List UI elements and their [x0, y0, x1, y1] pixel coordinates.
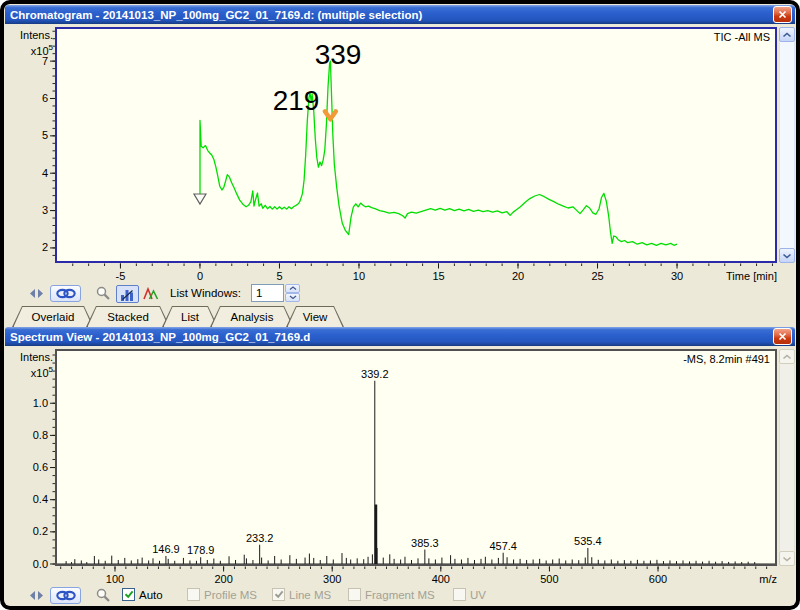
compress-arrows-icon[interactable]	[30, 591, 43, 600]
tab-face: Analysis	[212, 307, 293, 327]
mass-spectrum-plot[interactable]: 146.9178.9233.2339.2385.3457.4535.4	[57, 351, 775, 564]
checkbox-uv[interactable]: UV	[453, 588, 486, 601]
list-windows-value[interactable]: 1	[251, 284, 284, 302]
chevron-up-icon	[289, 286, 297, 291]
list-windows-spinner[interactable]: 1	[251, 284, 300, 302]
spinner-up-button[interactable]	[285, 284, 300, 293]
compress-arrows-icon[interactable]	[30, 289, 43, 298]
checkbox-label[interactable]: Auto	[139, 589, 163, 601]
peaks-icon[interactable]	[143, 287, 159, 300]
x-tick-label: 10	[353, 270, 365, 282]
checkbox-fragment-ms[interactable]: Fragment MS	[348, 588, 435, 601]
chromatogram-titlebar[interactable]: Chromatogram - 20141013_NP_100mg_GC2_01_…	[5, 5, 795, 24]
x-tick-label: 25	[591, 270, 603, 282]
y-tick-label: 3	[42, 204, 48, 216]
checkbox-box[interactable]	[348, 588, 361, 601]
tab-stacked[interactable]: Stacked	[86, 306, 170, 327]
chevron-down-icon	[782, 253, 792, 259]
x-glyph	[778, 10, 787, 19]
checkbox-auto[interactable]: Auto	[122, 588, 163, 601]
chromatogram-toolbar: List Windows: 1	[4, 284, 796, 304]
chevron-down-icon	[289, 295, 297, 300]
tab-face: View	[288, 307, 343, 327]
link-icon	[55, 589, 77, 602]
checkbox-line-ms[interactable]: Line MS	[272, 588, 331, 601]
chevron-up-icon	[782, 32, 792, 38]
y-tick-label: 2	[42, 241, 48, 253]
analysis-workspace: Chromatogram - 20141013_NP_100mg_GC2_01_…	[4, 4, 796, 606]
tab-face: Stacked	[88, 307, 169, 327]
x-axis-title: m/z	[759, 573, 777, 585]
chevron-down-icon	[782, 556, 792, 562]
checkbox-label[interactable]: Line MS	[289, 589, 331, 601]
check-icon	[274, 590, 284, 599]
x-tick-label: 5	[276, 270, 282, 282]
mass-peak-label: 385.3	[411, 537, 439, 549]
tab-view[interactable]: View	[286, 306, 344, 327]
spectrum-scrollbar[interactable]	[779, 349, 795, 566]
scroll-down-button[interactable]	[779, 248, 795, 263]
scrollbar-track[interactable]	[779, 364, 795, 551]
tab-label: List	[181, 311, 199, 323]
peak-annotation: 219	[273, 85, 320, 116]
tab-face: List	[164, 307, 217, 327]
checkbox-box[interactable]	[187, 588, 200, 601]
x-tick-label: 30	[671, 270, 683, 282]
tab-face: Overlaid	[14, 307, 93, 327]
chromatogram-plot[interactable]: 219339	[57, 29, 775, 261]
link-icon	[55, 287, 77, 300]
y-tick-label: 0.8	[33, 429, 48, 441]
checkbox-label[interactable]: UV	[470, 589, 486, 601]
spectrum-titlebar[interactable]: Spectrum View - 20141013_NP_100mg_GC2_01…	[5, 327, 795, 346]
close-icon[interactable]	[773, 6, 792, 23]
scroll-up-button[interactable]	[779, 349, 795, 364]
tab-label: Analysis	[231, 311, 274, 323]
checkbox-box[interactable]	[122, 588, 135, 601]
scroll-up-button[interactable]	[779, 27, 795, 42]
checkbox-profile-ms[interactable]: Profile MS	[187, 588, 257, 601]
tab-overlaid[interactable]: Overlaid	[12, 306, 94, 327]
chromatogram-plot-area[interactable]: 219339 TIC -All MS	[55, 27, 777, 263]
scroll-down-button[interactable]	[779, 551, 795, 566]
chromatogram-x-axis: -5051015202530Time [min]	[55, 263, 779, 283]
chevron-up-icon	[782, 354, 792, 360]
x-tick-label: 0	[197, 270, 203, 282]
spectrum-title: Spectrum View - 20141013_NP_100mg_GC2_01…	[10, 331, 310, 343]
chromatogram-trace-label: TIC -All MS	[714, 31, 770, 43]
tab-label: Stacked	[107, 311, 149, 323]
y-tick-label: 1.0	[33, 397, 48, 409]
link-button[interactable]	[50, 587, 81, 604]
y-tick-label: 7	[42, 55, 48, 67]
chromatogram-scrollbar[interactable]	[779, 27, 795, 263]
scrollbar-track[interactable]	[779, 42, 795, 248]
zoom-icon[interactable]	[96, 286, 111, 301]
tab-label: View	[303, 311, 328, 323]
y-tick-label: 0.0	[33, 558, 48, 570]
link-button[interactable]	[50, 285, 81, 302]
x-tick-label: 500	[540, 573, 558, 585]
checkbox-box[interactable]	[453, 588, 466, 601]
y-tick-label: 0.6	[33, 461, 48, 473]
checkbox-label[interactable]: Profile MS	[204, 589, 257, 601]
close-icon[interactable]	[773, 328, 792, 345]
x-tick-label: 15	[432, 270, 444, 282]
checkbox-box[interactable]	[272, 588, 285, 601]
spectrum-x-axis: 100200300400500600m/z	[55, 566, 779, 586]
spectrum-y-axis: 0.00.20.40.60.81.0	[38, 349, 55, 566]
x-axis-ticks	[61, 567, 767, 572]
x-tick-label: 600	[649, 573, 667, 585]
profile-chart-button[interactable]	[116, 285, 139, 303]
zoom-icon[interactable]	[96, 588, 111, 603]
tab-analysis[interactable]: Analysis	[210, 306, 294, 327]
checkbox-label[interactable]: Fragment MS	[365, 589, 435, 601]
spinner-down-button[interactable]	[285, 293, 300, 302]
x-axis-ticks	[73, 264, 773, 269]
x-tick-label: 300	[323, 573, 341, 585]
y-tick-label: 6	[42, 92, 48, 104]
mass-peak-label: 457.4	[489, 540, 517, 552]
mass-peak-label: 339.2	[361, 368, 389, 380]
y-tick-label: 5	[42, 129, 48, 141]
y-tick-label: 4	[42, 167, 48, 179]
chromatogram-y-axis: 234567	[38, 27, 55, 263]
spectrum-plot-area[interactable]: 146.9178.9233.2339.2385.3457.4535.4 -MS,…	[55, 349, 777, 566]
